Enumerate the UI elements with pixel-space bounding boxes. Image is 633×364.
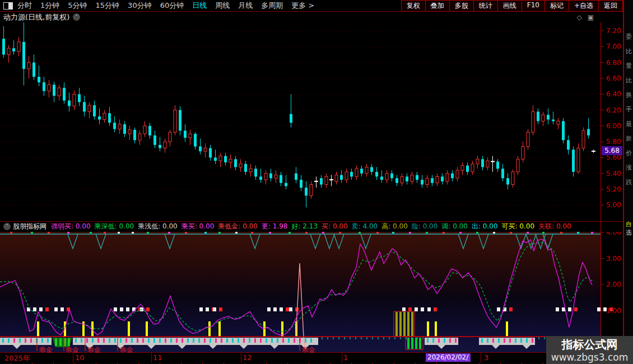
svg-text:2.00: 2.00 [606, 281, 621, 288]
diamond-icon[interactable]: ◇ [576, 13, 581, 21]
field-卖: 卖: 4.00 [352, 222, 378, 231]
date-tick [481, 353, 481, 363]
field-乘深低: 乘深低: 0.00 [95, 222, 134, 231]
sidebar-char: 跌 [626, 178, 632, 186]
svg-text:5.00: 5.00 [606, 201, 621, 209]
sidebar-char: 比 [626, 76, 632, 85]
date-tick [151, 353, 152, 363]
sidebar-char: 量 [626, 62, 632, 70]
period-tab-15分钟[interactable]: 15分钟 [96, 1, 120, 11]
period-tab-更多 >[interactable]: 更多 > [291, 1, 314, 11]
candlestick-chart[interactable]: 7.207.006.806.606.406.206.005.805.605.40… [0, 22, 633, 222]
date-tick [342, 353, 342, 363]
svg-text:6.80: 6.80 [606, 59, 621, 67]
signal-label: 乖金 [66, 346, 79, 355]
signal-label: 乖金 [87, 346, 101, 355]
date-label: 3 [484, 353, 488, 362]
sidebar-char: 新 [626, 134, 632, 143]
period-tab-60分钟[interactable]: 60分钟 [160, 1, 184, 11]
period-tab-周线[interactable]: 周线 [215, 1, 230, 11]
indicator-header: ˅ 股朋指标网 强弱买: 0.00乘深低: 0.00乘浅低: 0.00乘买: 0… [0, 222, 601, 231]
period-tab-分时[interactable]: 分时 [17, 1, 32, 11]
right-menu: 复权叠加多股统计画线F10标记+自选返回 [402, 0, 623, 12]
indicator-panel[interactable]: 4.003.002.001.00 [0, 232, 633, 352]
watermark-url: www.zbgs3.com [546, 352, 633, 363]
field-强弱买: 强弱买: 0.00 [51, 222, 91, 231]
svg-text:6.00: 6.00 [606, 122, 621, 130]
menu-button-+自选[interactable]: +自选 [569, 0, 599, 12]
svg-text:4.00: 4.00 [606, 232, 621, 236]
date-label: 2025年 [4, 353, 30, 363]
indicator-values: 强弱买: 0.00乘深低: 0.00乘浅低: 0.00乘买: 0.00乘低金: … [51, 222, 575, 231]
sidebar-char: 价 [626, 149, 632, 157]
date-label: 12 [243, 353, 252, 362]
field-高: 高: 0.00 [381, 222, 408, 231]
svg-text:6.20: 6.20 [606, 106, 621, 114]
svg-text:5.20: 5.20 [606, 185, 621, 193]
date-tick [241, 353, 241, 363]
field-更: 更: 1.98 [262, 222, 288, 231]
field-买: 买: 0.00 [322, 222, 348, 231]
field-乘浅低: 乘浅低: 0.00 [138, 222, 178, 231]
field-乘买: 乘买: 0.00 [181, 222, 215, 231]
period-tab-日线[interactable]: 日线 [192, 1, 207, 11]
field-调: 调: 0.00 [441, 222, 468, 231]
indicator-name: 股朋指标网 [13, 222, 46, 231]
svg-text:6.60: 6.60 [606, 74, 621, 82]
field-险: 险: 0.00 [412, 222, 438, 231]
watermark-title: 指标公式网 [546, 337, 633, 352]
sidebar-char: 比 [626, 47, 632, 55]
period-toolbar: 分时1分钟5分钟15分钟30分钟60分钟日线周线月线多周期更多 > 复权叠加多股… [0, 0, 633, 12]
period-tab-30分钟[interactable]: 30分钟 [128, 1, 152, 11]
sidebar-char: 委 [626, 32, 632, 41]
menu-button-统计[interactable]: 统计 [473, 0, 498, 12]
menu-button-多股[interactable]: 多股 [449, 0, 474, 12]
field-可买: 可买: 0.00 [502, 222, 535, 231]
menu-button-F10[interactable]: F10 [522, 0, 545, 12]
title-icons: ◇▣ [576, 13, 594, 21]
collapse-icon[interactable]: ˅ [3, 223, 11, 230]
window-icon[interactable]: ▣ [588, 13, 594, 21]
sidebar-char: 换 [626, 91, 632, 99]
signal-label: 乖金 [120, 346, 133, 355]
menu-button-标记[interactable]: 标记 [544, 0, 569, 12]
watermark: 指标公式网 www.zbgs3.com [546, 336, 633, 364]
signal-label: 乖金 [302, 346, 315, 355]
svg-text:7.20: 7.20 [606, 27, 621, 35]
svg-text:5.80: 5.80 [606, 138, 621, 146]
svg-text:7.00: 7.00 [606, 43, 621, 50]
period-tab-多周期[interactable]: 多周期 [261, 1, 283, 11]
date-label: 1 [343, 353, 348, 362]
title-bar: 动力源(日线,前复权) ˅ ◇▣ [0, 12, 633, 22]
period-tab-5分钟[interactable]: 5分钟 [68, 1, 87, 11]
signal-label: 乖金 [39, 346, 53, 355]
right-sidebar[interactable]: 委比量比换手最新价涨跌自选 [623, 0, 633, 364]
chevron-down-icon[interactable]: ˅ [73, 13, 80, 21]
menu-button-叠加[interactable]: 叠加 [425, 0, 450, 12]
sidebar-item-active[interactable]: 自 [626, 220, 632, 228]
price-axis-line [601, 22, 601, 362]
last-price-badge: 5.68 [602, 146, 622, 155]
svg-text:5.40: 5.40 [606, 170, 621, 178]
field-出: 出: 0.00 [472, 222, 498, 231]
trading-terminal: 分时1分钟5分钟15分钟30分钟60分钟日线周线月线多周期更多 > 复权叠加多股… [0, 0, 633, 364]
menu-button-画线[interactable]: 画线 [497, 0, 522, 12]
field-好: 好: 2.13 [291, 222, 318, 231]
svg-text:1.00: 1.00 [606, 307, 621, 315]
sidebar-char: 最 [626, 120, 632, 128]
menu-button-返回[interactable]: 返回 [598, 0, 623, 12]
field-乘低金: 乘低金: 0.00 [218, 222, 258, 231]
window-split-icon[interactable] [3, 2, 13, 10]
sidebar-char: 手 [626, 105, 632, 114]
date-highlight: 2026/02/02/— [426, 353, 471, 362]
field-关联: 关联: 0.00 [538, 222, 571, 231]
period-tab-1分钟[interactable]: 1分钟 [40, 1, 59, 11]
date-label: 11 [153, 353, 162, 362]
svg-text:3.00: 3.00 [606, 255, 621, 263]
menu-button-复权[interactable]: 复权 [401, 0, 426, 12]
period-tab-月线[interactable]: 月线 [238, 1, 253, 11]
period-tabs: 分时1分钟5分钟15分钟30分钟60分钟日线周线月线多周期更多 > [17, 1, 323, 11]
svg-text:6.40: 6.40 [606, 90, 621, 98]
page-title: 动力源(日线,前复权) [3, 12, 69, 22]
sidebar-char: 选 [626, 228, 632, 237]
